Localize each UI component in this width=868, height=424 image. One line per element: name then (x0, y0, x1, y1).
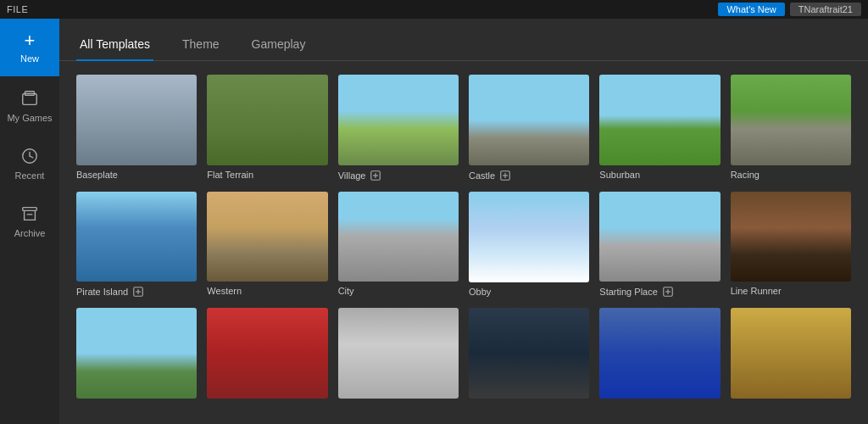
template-thumb-inner-bottom6 (731, 308, 851, 399)
template-badge-castle (499, 170, 511, 181)
template-thumb-inner-bottom5 (599, 308, 720, 399)
template-info-obby: Obby (469, 287, 589, 297)
template-thumb-castle (469, 75, 589, 165)
file-menu-label[interactable]: FILE (7, 4, 28, 14)
new-button[interactable]: + New (0, 19, 59, 76)
template-info-suburban: Suburban (599, 170, 720, 180)
sidebar-item-archive[interactable]: Archive (0, 192, 59, 249)
template-thumb-western (207, 192, 327, 282)
template-card-bottom3[interactable] (338, 308, 459, 403)
tab-all-templates[interactable]: All Templates (76, 37, 153, 61)
sidebar-item-my-games[interactable]: My Games (0, 76, 59, 134)
plus-icon: + (25, 31, 36, 50)
whats-new-button[interactable]: What's New (718, 3, 784, 16)
template-label-pirate-island: Pirate Island (76, 287, 128, 297)
archive-icon (19, 204, 40, 224)
template-thumb-inner-baseplate (76, 75, 197, 165)
new-label: New (20, 53, 39, 64)
template-info-line-runner: Line Runner (731, 286, 851, 296)
templates-grid-area: BaseplateFlat TerrainVillageCastleSuburb… (59, 61, 868, 424)
content-area: All Templates Theme Gameplay BaseplateFl… (59, 19, 868, 424)
template-label-racing: Racing (731, 170, 760, 180)
template-label-obby: Obby (469, 287, 491, 297)
sidebar-item-recent[interactable]: Recent (0, 134, 59, 192)
template-thumb-inner-racing (731, 75, 851, 165)
template-badge-starting-place (662, 286, 674, 298)
template-badge-pirate-island (132, 286, 144, 298)
template-thumb-line-runner (731, 192, 851, 282)
template-info-village: Village (338, 170, 459, 181)
template-thumb-bottom1 (76, 308, 197, 399)
user-label: TNaraftrait21 (790, 3, 861, 16)
template-thumb-inner-city (338, 192, 459, 282)
template-info-flat-terrain: Flat Terrain (207, 170, 327, 180)
template-thumb-bottom2 (207, 308, 327, 399)
tab-theme[interactable]: Theme (179, 37, 223, 61)
template-thumb-inner-pirate-island (76, 192, 197, 282)
template-card-bottom6[interactable] (731, 308, 851, 403)
template-thumb-starting-place (599, 192, 720, 282)
recent-label: Recent (15, 170, 45, 181)
template-card-suburban[interactable]: Suburban (599, 75, 720, 181)
template-thumb-city (338, 192, 459, 282)
template-label-flat-terrain: Flat Terrain (207, 170, 253, 180)
template-card-castle[interactable]: Castle (469, 75, 589, 181)
template-card-racing[interactable]: Racing (731, 75, 851, 181)
template-label-castle: Castle (469, 170, 495, 181)
template-card-pirate-island[interactable]: Pirate Island (76, 192, 197, 298)
template-card-bottom1[interactable] (76, 308, 197, 403)
template-badge-village (370, 170, 381, 181)
template-thumb-racing (731, 75, 851, 165)
clock-icon (19, 146, 40, 166)
template-info-castle: Castle (469, 170, 589, 181)
template-thumb-bottom6 (731, 308, 851, 399)
template-card-line-runner[interactable]: Line Runner (731, 192, 851, 298)
template-thumb-inner-starting-place (599, 192, 720, 282)
template-info-city: City (338, 286, 459, 296)
template-card-baseplate[interactable]: Baseplate (76, 75, 197, 181)
sidebar: + New My Games Recent (0, 19, 59, 424)
svg-line-4 (30, 156, 33, 158)
template-info-pirate-island: Pirate Island (76, 286, 197, 298)
template-card-bottom2[interactable] (207, 308, 327, 403)
template-info-western: Western (207, 286, 327, 296)
template-info-starting-place: Starting Place (599, 286, 720, 298)
template-label-line-runner: Line Runner (731, 286, 782, 296)
content-header: All Templates Theme Gameplay (59, 19, 868, 61)
template-card-western[interactable]: Western (207, 192, 327, 298)
template-card-bottom4[interactable] (469, 308, 589, 403)
gamepad-icon (19, 88, 40, 109)
template-thumb-flat-terrain (207, 75, 327, 165)
archive-label: Archive (14, 228, 46, 238)
template-card-village[interactable]: Village (338, 75, 459, 181)
template-thumb-inner-suburban (599, 75, 720, 165)
template-thumb-bottom4 (469, 308, 589, 399)
template-thumb-inner-flat-terrain (207, 75, 327, 165)
template-thumb-inner-village (338, 75, 459, 165)
template-thumb-baseplate (76, 75, 197, 165)
template-info-racing: Racing (731, 170, 851, 180)
tab-gameplay[interactable]: Gameplay (248, 37, 309, 61)
template-thumb-suburban (599, 75, 720, 165)
svg-rect-5 (23, 207, 37, 210)
template-label-baseplate: Baseplate (76, 170, 118, 180)
template-card-bottom5[interactable] (599, 308, 720, 403)
template-label-city: City (338, 286, 354, 296)
template-thumb-inner-bottom4 (469, 308, 589, 399)
template-card-flat-terrain[interactable]: Flat Terrain (207, 75, 327, 181)
template-label-suburban: Suburban (599, 170, 640, 180)
template-label-western: Western (207, 286, 242, 296)
template-thumb-inner-bottom2 (207, 308, 327, 399)
template-card-city[interactable]: City (338, 192, 459, 298)
template-thumb-inner-bottom1 (76, 308, 197, 399)
template-thumb-village (338, 75, 459, 165)
main-layout: + New My Games Recent (0, 19, 868, 424)
template-card-obby[interactable]: Obby (469, 192, 589, 298)
my-games-label: My Games (7, 113, 52, 123)
template-card-starting-place[interactable]: Starting Place (599, 192, 720, 298)
template-thumb-inner-line-runner (731, 192, 851, 282)
template-label-village: Village (338, 170, 366, 181)
template-label-starting-place: Starting Place (599, 287, 657, 297)
templates-grid: BaseplateFlat TerrainVillageCastleSuburb… (76, 75, 851, 403)
top-bar-right: What's New TNaraftrait21 (718, 3, 861, 16)
